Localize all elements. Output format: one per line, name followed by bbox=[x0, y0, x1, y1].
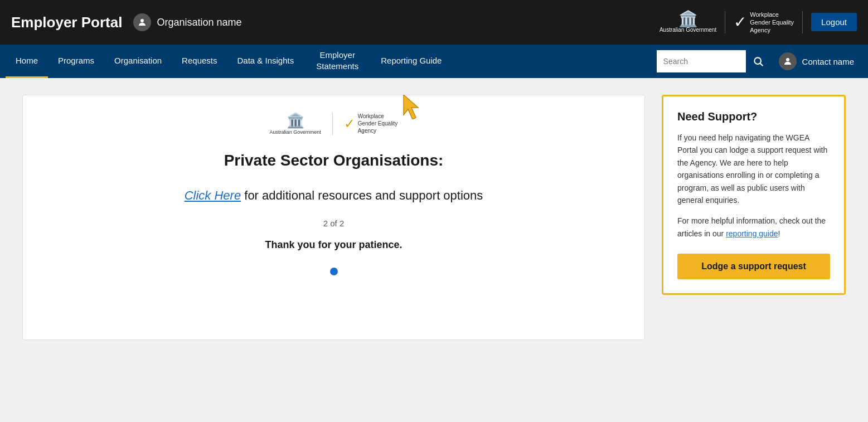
slide-wgea-check-icon: ✓ bbox=[344, 116, 355, 132]
main-content: 🏛️ Australian Government ✓ WorkplaceGend… bbox=[0, 78, 868, 357]
reporting-guide-link[interactable]: reporting guide bbox=[726, 229, 778, 238]
wgea-check-icon: ✓ bbox=[734, 13, 746, 31]
slide-thank-you: Thank you for your patience. bbox=[265, 239, 402, 251]
header-logos: 🏛️ Australian Government ✓ Workplace Gen… bbox=[660, 11, 857, 35]
nav-employer-statements[interactable]: Employer Statements bbox=[304, 45, 371, 78]
au-gov-label: Australian Government bbox=[660, 27, 716, 33]
nav-requests[interactable]: Requests bbox=[172, 45, 227, 78]
support-paragraph-2: For more helpful information, check out … bbox=[677, 215, 830, 240]
support-paragraph-1: If you need help navigating the WGEA Por… bbox=[677, 132, 830, 206]
contact-name-label: Contact name bbox=[802, 57, 854, 66]
slide-counter: 2 of 2 bbox=[323, 219, 345, 228]
search-input[interactable] bbox=[657, 50, 746, 72]
support-title: Need Support? bbox=[677, 110, 830, 123]
nav-data-insights[interactable]: Data & Insights bbox=[227, 45, 304, 78]
nav-home[interactable]: Home bbox=[6, 45, 48, 78]
lodge-support-button[interactable]: Lodge a support request bbox=[677, 254, 830, 279]
logout-button[interactable]: Logout bbox=[811, 13, 857, 31]
slide-card: 🏛️ Australian Government ✓ WorkplaceGend… bbox=[22, 95, 645, 340]
search-button[interactable] bbox=[746, 50, 770, 72]
nav-organisation[interactable]: Organisation bbox=[104, 45, 172, 78]
org-name-area: Organisation name bbox=[133, 13, 648, 31]
svg-line-2 bbox=[760, 64, 763, 66]
support-para2-suffix: ! bbox=[778, 229, 780, 238]
support-card: Need Support? If you need help navigatin… bbox=[662, 95, 846, 295]
slide-crest-icon: 🏛️ bbox=[287, 112, 304, 129]
org-name-text: Organisation name bbox=[157, 17, 241, 28]
nav-bar: Home Programs Organisation Requests Data… bbox=[0, 45, 868, 78]
svg-point-0 bbox=[140, 19, 144, 22]
wgea-logo: ✓ Workplace Gender Equality Agency bbox=[734, 11, 794, 35]
svg-point-1 bbox=[754, 57, 761, 64]
user-icon-top bbox=[133, 13, 151, 31]
svg-point-3 bbox=[786, 58, 789, 61]
slide-logo-divider bbox=[332, 113, 333, 135]
au-gov-logo: 🏛️ Australian Government bbox=[660, 11, 716, 33]
slide-body-text: for additional resources and support opt… bbox=[244, 188, 483, 202]
slide-dot[interactable] bbox=[330, 268, 338, 275]
slide-body: Click Here for additional resources and … bbox=[185, 186, 483, 205]
slide-wgea-text: WorkplaceGender EqualityAgency bbox=[358, 113, 398, 134]
logo-divider-2 bbox=[802, 11, 803, 33]
slide-au-logo: 🏛️ Australian Government bbox=[270, 112, 321, 135]
slide-logos: 🏛️ Australian Government ✓ WorkplaceGend… bbox=[270, 112, 398, 135]
search-icon bbox=[753, 56, 764, 67]
nav-user-icon bbox=[779, 52, 797, 70]
top-header: Employer Portal Organisation name 🏛️ Aus… bbox=[0, 0, 868, 45]
wgea-label: Workplace Gender Equality Agency bbox=[750, 11, 794, 35]
nav-user-area: Contact name bbox=[770, 52, 862, 70]
nav-search-area: Contact name bbox=[657, 45, 862, 78]
slide-wgea-logo: ✓ WorkplaceGender EqualityAgency bbox=[344, 113, 398, 134]
slide-click-here-link[interactable]: Click Here bbox=[185, 188, 241, 202]
crest-icon: 🏛️ bbox=[678, 11, 698, 27]
nav-programs[interactable]: Programs bbox=[48, 45, 104, 78]
slide-title: Private Sector Organisations: bbox=[224, 152, 444, 169]
nav-reporting-guide[interactable]: Reporting Guide bbox=[371, 45, 452, 78]
portal-title: Employer Portal bbox=[11, 14, 122, 31]
slide-dots bbox=[330, 268, 338, 275]
logo-divider bbox=[725, 11, 725, 33]
slide-au-label: Australian Government bbox=[270, 129, 321, 135]
